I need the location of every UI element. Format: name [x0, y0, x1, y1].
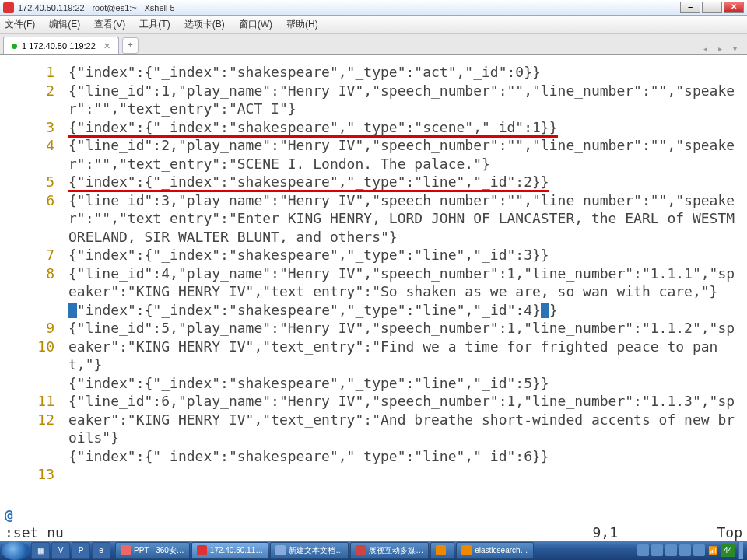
code-line: "index":{"_index":"shakespeare","_type":…	[68, 301, 742, 320]
code-line: {"line_id":5,"play_name":"Henry IV","spe…	[68, 319, 742, 374]
code-line: {"index":{"_index":"shakespeare","_type"…	[68, 63, 742, 82]
new-tab-button[interactable]: +	[122, 37, 139, 54]
taskbar-button[interactable]: 新建文本文档…	[270, 542, 349, 559]
highlighted-line: {"index":{"_index":"shakespeare","_type"…	[68, 173, 549, 192]
quick-launch-item[interactable]: P	[72, 542, 90, 559]
line-number: 1	[0, 63, 54, 82]
status-dot-icon	[12, 44, 17, 49]
line-number: 13	[0, 465, 54, 484]
line-number: 4	[0, 136, 54, 173]
code-line: {"index":{"_index":"shakespeare","_type"…	[68, 118, 742, 137]
quick-launch-item[interactable]: ▦	[31, 542, 50, 559]
taskbar-button[interactable]: 展视互动多媒…	[350, 542, 429, 559]
line-number: 3	[0, 118, 54, 137]
tab-nav-menu-icon[interactable]: ▾	[730, 43, 740, 54]
menu-item[interactable]: 文件(F)	[5, 18, 35, 31]
quick-launch: ▦VPe	[31, 542, 110, 559]
taskbar-button[interactable]: PPT - 360安…	[115, 542, 190, 559]
code-line: {"line_id":3,"play_name":"Henry IV","spe…	[68, 191, 742, 247]
task-icon	[461, 545, 472, 555]
line-number: 2	[0, 82, 54, 118]
tray-indicator-icon[interactable]: 📶	[708, 546, 717, 555]
tab-label: 1 172.40.50.119:22	[22, 41, 96, 51]
task-icon	[436, 545, 446, 555]
code-line: {"index":{"_index":"shakespeare","_type"…	[68, 246, 742, 264]
menu-item[interactable]: 选项卡(B)	[184, 18, 225, 31]
code-line: {"index":{"_index":"shakespeare","_type"…	[68, 447, 742, 466]
scroll-percent: Top	[696, 524, 742, 541]
show-desktop-button[interactable]	[738, 542, 743, 559]
line-number: 8	[0, 264, 54, 320]
code-line: {"index":{"_index":"shakespeare","_type"…	[68, 173, 742, 191]
task-buttons: PPT - 360安…172.40.50.11…新建文本文档…展视互动多媒…el…	[115, 542, 534, 559]
tab-nav-right-icon[interactable]: ▸	[715, 43, 725, 54]
line-number: 7	[0, 246, 54, 264]
tab-bar: 1 172.40.50.119:22 ✕ + ◂ ▸ ▾	[0, 34, 747, 55]
highlighted-line: {"index":{"_index":"shakespeare","_type"…	[68, 119, 558, 138]
tab-nav-left-icon[interactable]: ◂	[700, 43, 710, 54]
task-label: 新建文本文档…	[289, 545, 343, 556]
session-tab[interactable]: 1 172.40.50.119:22 ✕	[3, 37, 119, 54]
line-number-gutter: 12345678910111213	[0, 63, 62, 484]
taskbar-button[interactable]	[430, 542, 454, 559]
line-number: 12	[0, 411, 54, 466]
title-bar: 172.40.50.119:22 - root@es1:~ - Xshell 5…	[0, 0, 747, 16]
code-line: {"line_id":4,"play_name":"Henry IV","spe…	[68, 264, 742, 301]
code-line: {"line_id":6,"play_name":"Henry IV","spe…	[68, 392, 742, 447]
tray-icon[interactable]	[693, 544, 705, 556]
vim-status-line: :set nu 9,1 Top	[5, 523, 742, 541]
cursor-end	[541, 303, 549, 318]
quick-launch-item[interactable]: V	[51, 542, 70, 559]
menu-item[interactable]: 编辑(E)	[49, 18, 80, 31]
task-label: PPT - 360安…	[134, 545, 184, 556]
app-icon	[3, 2, 14, 13]
line-number: 10	[0, 338, 54, 393]
menu-item[interactable]: 查看(V)	[94, 18, 125, 31]
tray-icon[interactable]	[679, 544, 691, 556]
maximize-button[interactable]: □	[702, 2, 722, 13]
line-number: 6	[0, 191, 54, 247]
task-label: 展视互动多媒…	[369, 545, 423, 556]
close-button[interactable]: ✕	[724, 2, 744, 13]
vim-marker: @	[5, 506, 13, 523]
windows-taskbar: ▦VPe PPT - 360安…172.40.50.11…新建文本文档…展视互动…	[0, 541, 747, 560]
menu-item[interactable]: 帮助(H)	[286, 18, 318, 31]
task-icon	[197, 545, 207, 555]
taskbar-button[interactable]: 172.40.50.11…	[191, 542, 268, 559]
task-icon	[275, 545, 286, 555]
code-line: {"line_id":1,"play_name":"Henry IV","spe…	[68, 82, 742, 118]
task-icon	[121, 545, 131, 555]
window-controls: ‒ □ ✕	[680, 2, 744, 13]
code-area[interactable]: {"index":{"_index":"shakespeare","_type"…	[68, 63, 742, 465]
tray-clock-badge[interactable]: 44	[721, 544, 735, 557]
terminal-editor[interactable]: 12345678910111213 {"index":{"_index":"sh…	[0, 55, 747, 541]
tab-close-icon[interactable]: ✕	[103, 41, 110, 51]
taskbar-button[interactable]: elasticsearch…	[456, 542, 533, 559]
line-number: 11	[0, 392, 54, 411]
tray-icons	[637, 544, 705, 556]
code-line: {"line_id":2,"play_name":"Henry IV","spe…	[68, 136, 742, 173]
menu-bar: 文件(F)编辑(E)查看(V)工具(T)选项卡(B)窗口(W)帮助(H)	[0, 16, 747, 34]
window-title: 172.40.50.119:22 - root@es1:~ - Xshell 5	[18, 3, 680, 12]
minimize-button[interactable]: ‒	[680, 2, 700, 13]
task-label: elasticsearch…	[475, 546, 528, 555]
start-button[interactable]	[2, 541, 30, 560]
task-label: 172.40.50.11…	[210, 546, 263, 555]
line-number: 5	[0, 173, 54, 191]
tab-nav: ◂ ▸ ▾	[700, 43, 744, 54]
vim-command: :set nu	[5, 524, 331, 541]
menu-item[interactable]: 窗口(W)	[239, 18, 272, 31]
task-icon	[356, 545, 366, 555]
code-line: {"index":{"_index":"shakespeare","_type"…	[68, 374, 742, 393]
quick-launch-item[interactable]: e	[92, 542, 110, 559]
tray-icon[interactable]	[651, 544, 663, 556]
tray-icon[interactable]	[665, 544, 677, 556]
system-tray: 📶 44	[635, 542, 745, 559]
cursor	[68, 303, 77, 318]
cursor-position: 9,1	[331, 524, 696, 541]
tray-icon[interactable]	[637, 544, 649, 556]
line-number: 9	[0, 319, 54, 338]
menu-item[interactable]: 工具(T)	[139, 18, 170, 31]
